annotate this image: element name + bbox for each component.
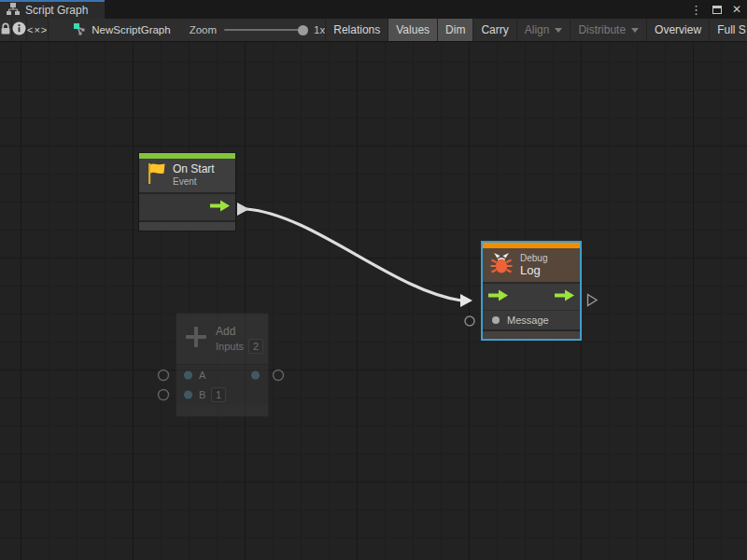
overview-button[interactable]: Overview [646, 19, 709, 41]
message-input-port[interactable] [492, 316, 500, 324]
bug-icon [489, 251, 514, 279]
zoom-label: Zoom [190, 24, 217, 35]
zoom-slider[interactable] [224, 29, 306, 31]
flow-input-port[interactable] [488, 288, 508, 305]
on-start-flow-row [139, 194, 235, 220]
maximize-icon[interactable] [712, 6, 722, 14]
add-inputs-label: Inputs [216, 341, 244, 352]
graph-hierarchy-icon [7, 2, 20, 19]
graph-name-label: NewScriptGraph [92, 24, 170, 35]
connection-on-start-to-log[interactable] [247, 209, 461, 301]
tab-bar: Script Graph ⋮ ✕ [0, 0, 747, 19]
unconnected-flow-output-marker[interactable] [588, 295, 598, 306]
input-b-port[interactable] [184, 390, 192, 399]
info-button[interactable] [12, 19, 27, 41]
chevron-down-icon [555, 28, 562, 33]
tab-label: Script Graph [25, 4, 88, 17]
wire-end-arrowhead [460, 294, 472, 307]
wire-layer [0, 42, 747, 560]
relations-button[interactable]: Relations [325, 19, 388, 41]
flag-icon [146, 161, 166, 189]
input-a-label: A [199, 370, 205, 381]
zoom-control: Zoom 1x [190, 19, 326, 41]
unconnected-input-a-marker[interactable] [159, 371, 169, 381]
script-graph-asset-icon [73, 22, 86, 37]
tab-script-graph[interactable]: Script Graph [0, 0, 105, 19]
window-controls: ⋮ ✕ [690, 0, 741, 19]
chevron-down-icon [631, 28, 639, 33]
edit-source-button[interactable]: <×> [27, 19, 49, 41]
code-icon: <×> [27, 24, 48, 35]
node-add[interactable]: Add Inputs 2 A B 1 [176, 313, 269, 417]
plus-icon [183, 324, 209, 354]
on-start-header: On Start Event [139, 159, 235, 194]
values-button[interactable]: Values [388, 19, 437, 41]
debug-log-title: Log [520, 263, 547, 277]
fullscreen-button[interactable]: Full S [709, 19, 747, 41]
distribute-label: Distribute [578, 23, 626, 36]
info-icon [12, 21, 26, 38]
message-label: Message [507, 315, 549, 326]
debug-log-header: Debug Log [483, 248, 580, 284]
close-icon[interactable]: ✕ [732, 4, 741, 15]
graph-toolbar: <×> NewScriptGraph Zoom 1x Relations V [0, 19, 747, 42]
zoom-value: 1x [314, 24, 325, 35]
debug-log-kind: Debug [520, 253, 547, 263]
add-row-b: B 1 [176, 385, 268, 404]
flow-output-port[interactable] [555, 288, 574, 305]
dim-button[interactable]: Dim [437, 19, 472, 41]
node-on-start[interactable]: On Start Event [138, 152, 236, 231]
add-inputs-count-field[interactable]: 2 [248, 339, 263, 354]
sum-output-port[interactable] [251, 371, 260, 379]
add-footer [176, 404, 268, 416]
lock-icon [0, 22, 11, 38]
zoom-slider-handle[interactable] [298, 25, 308, 35]
graph-canvas[interactable]: On Start Event [0, 42, 747, 560]
input-b-value-field[interactable]: 1 [211, 387, 226, 402]
unconnected-input-b-marker[interactable] [159, 390, 169, 400]
add-row-a: A [176, 365, 268, 385]
unconnected-message-input-marker[interactable] [465, 316, 474, 326]
input-a-port[interactable] [184, 371, 192, 379]
debug-log-message-row: Message [483, 310, 580, 329]
graph-name-group[interactable]: NewScriptGraph [73, 19, 170, 41]
lock-button[interactable] [0, 19, 12, 41]
align-button[interactable]: Align [516, 19, 571, 41]
on-start-subtitle: Event [173, 176, 215, 189]
input-b-label: B [199, 389, 205, 400]
align-label: Align [525, 23, 550, 36]
script-graph-window: Script Graph ⋮ ✕ [0, 0, 747, 560]
trigger-output-port[interactable] [210, 199, 230, 216]
wire-start-arrowhead [237, 203, 249, 216]
node-debug-log[interactable]: Debug Log [481, 241, 582, 341]
distribute-button[interactable]: Distribute [570, 19, 646, 41]
debug-log-flow-row [483, 284, 580, 310]
kebab-menu-icon[interactable]: ⋮ [690, 4, 702, 16]
carry-button[interactable]: Carry [472, 19, 515, 41]
debug-log-footer [483, 329, 580, 339]
on-start-title: On Start [173, 162, 215, 176]
on-start-footer [139, 220, 235, 231]
add-header: Add Inputs 2 [176, 314, 268, 365]
unconnected-sum-output-marker[interactable] [274, 371, 284, 381]
add-title: Add [216, 325, 263, 338]
toolbar-toggles: Relations Values Dim Carry Align Distrib… [325, 19, 747, 41]
